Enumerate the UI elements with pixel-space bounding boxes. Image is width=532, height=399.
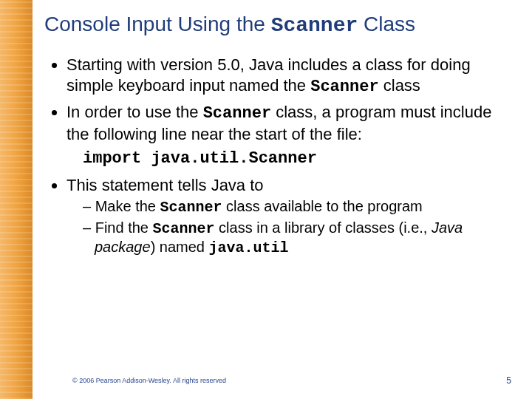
slide-content: Starting with version 5.0, Java includes…: [47, 55, 510, 262]
inline-code: Scanner: [153, 220, 215, 237]
sub-bullet-list: Make the Scanner class available to the …: [66, 197, 510, 258]
sub-bullet-item: Make the Scanner class available to the …: [83, 197, 510, 217]
bullet-text: This statement tells Java to: [66, 176, 264, 194]
inline-code: Scanner: [310, 78, 378, 96]
title-text-post: Class: [358, 13, 415, 35]
bullet-text: class available to the program: [222, 198, 423, 214]
bullet-text: class in a library of classes (i.e.,: [215, 219, 432, 236]
inline-code: Scanner: [160, 199, 222, 216]
sub-bullet-item: Find the Scanner class in a library of c…: [83, 219, 510, 258]
slide: Console Input Using the Scanner Class St…: [0, 0, 532, 399]
slide-title: Console Input Using the Scanner Class: [44, 12, 510, 38]
code-import-line: import java.util.Scanner: [66, 149, 510, 169]
bullet-text: ) named: [151, 239, 209, 255]
inline-code: java.util: [209, 239, 289, 256]
page-number: 5: [506, 375, 511, 386]
bullet-item: Starting with version 5.0, Java includes…: [66, 55, 510, 98]
sidebar-decoration: [0, 0, 33, 399]
title-code: Scanner: [271, 14, 358, 37]
copyright-text: © 2006 Pearson Addison-Wesley. All right…: [72, 377, 226, 384]
title-text-pre: Console Input Using the: [44, 13, 271, 35]
bullet-item: In order to use the Scanner class, a pro…: [66, 102, 510, 168]
bullet-list: Starting with version 5.0, Java includes…: [47, 55, 510, 258]
bullet-text: Make the: [95, 198, 160, 214]
bullet-text: class: [379, 76, 420, 95]
bullet-text: Find the: [95, 219, 153, 236]
bullet-text: In order to use the: [66, 103, 203, 121]
inline-code: Scanner: [203, 104, 271, 123]
bullet-item: This statement tells Java to Make the Sc…: [66, 175, 510, 258]
